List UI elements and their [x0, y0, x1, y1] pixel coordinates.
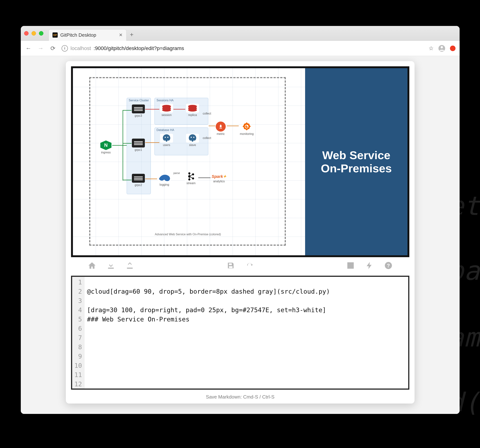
grafana-icon [242, 122, 252, 131]
browser-tab[interactable]: GP GitPitch Desktop ✕ [49, 29, 127, 41]
svg-text:?: ? [387, 263, 390, 269]
tab-favicon: GP [52, 32, 58, 38]
postgres-icon [186, 134, 199, 143]
expand-button[interactable] [346, 261, 355, 272]
forward-button[interactable]: → [37, 45, 44, 52]
help-button[interactable]: ? [384, 261, 393, 272]
editor-line[interactable] [87, 370, 330, 379]
svg-point-9 [165, 137, 166, 138]
node-grpc1: grpc1 [132, 138, 145, 152]
svg-point-15 [188, 175, 191, 178]
gitpitch-app: Service Cluster Sessions HA Database HA [66, 61, 415, 404]
node-logging-label: logging [160, 183, 169, 186]
slide-preview[interactable]: Service Cluster Sessions HA Database HA [71, 66, 409, 257]
extension-icon[interactable] [450, 46, 456, 51]
editor-line[interactable] [87, 342, 330, 352]
server-icon [132, 104, 145, 113]
page-viewport: Service Cluster Sessions HA Database HA [21, 56, 460, 414]
window-controls [24, 31, 43, 35]
cluster-sessions-label: Sessions HA [156, 99, 174, 102]
svg-point-5 [162, 109, 171, 111]
site-info-icon[interactable]: i [62, 45, 68, 52]
node-grpc2-label: grpc2 [135, 183, 142, 187]
diagram-edge [227, 126, 239, 126]
profile-avatar-icon[interactable] [438, 45, 445, 52]
node-grpc3: grpc3 [132, 104, 145, 117]
editor-toolbar: ? [71, 257, 409, 276]
node-ingress: N ingress [100, 140, 112, 154]
lightning-button[interactable] [365, 261, 374, 272]
editor-gutter: 123456789101112 [72, 277, 85, 388]
home-button[interactable] [88, 261, 96, 272]
node-metric-label: metric [217, 132, 225, 136]
node-analytics: Spark✦ analytics [212, 174, 226, 183]
diagram-edge [145, 179, 157, 179]
browser-window: GP GitPitch Desktop ✕ + ← → ⟳ i localhos… [21, 26, 460, 414]
svg-text:N: N [104, 142, 108, 148]
diagram-edge [123, 110, 132, 110]
markdown-editor[interactable]: 123456789101112 @cloud[drag=60 90, drop=… [71, 276, 409, 390]
download-button[interactable] [107, 261, 115, 272]
diagram-edge [145, 109, 159, 110]
node-stream: stream [184, 172, 198, 185]
node-stream-label: stream [187, 182, 196, 185]
editor-line[interactable] [87, 324, 330, 333]
architecture-diagram: Service Cluster Sessions HA Database HA [99, 94, 277, 229]
diagram-edge [123, 110, 123, 180]
close-window-button[interactable] [24, 31, 28, 35]
node-grpc1-label: grpc1 [135, 148, 142, 152]
node-collect1-label: collect [203, 112, 211, 115]
node-parse: parse [173, 172, 180, 174]
node-users: users [160, 134, 173, 147]
editor-line[interactable] [87, 296, 330, 305]
save-button[interactable] [226, 261, 235, 272]
browser-toolbar: ← → ⟳ i localhost:9000/gitpitch/desktop/… [21, 41, 460, 56]
svg-point-18 [192, 178, 194, 179]
node-grpc3-label: grpc3 [135, 114, 142, 117]
tab-close-button[interactable]: ✕ [119, 32, 123, 38]
editor-line[interactable] [87, 361, 330, 370]
node-grpc2: grpc2 [132, 174, 145, 187]
node-collect2-label: collect [203, 136, 211, 140]
refresh-button[interactable] [245, 261, 254, 272]
node-collect-1: collect [203, 112, 211, 115]
redis-icon [160, 104, 173, 113]
node-metric: metric [216, 122, 226, 136]
address-bar[interactable]: i localhost:9000/gitpitch/desktop/edit?p… [62, 43, 424, 54]
node-slave-label: slave [189, 143, 196, 147]
editor-line[interactable]: @cloud[drag=60 90, drop=5, border=8px da… [87, 287, 330, 296]
node-parse-label: parse [173, 172, 180, 174]
url-path: :9000/gitpitch/desktop/edit?p=diagrams [94, 45, 184, 51]
node-slave: slave [186, 134, 199, 147]
node-session: session [160, 104, 173, 117]
prometheus-icon [216, 122, 226, 131]
svg-point-17 [192, 173, 194, 175]
editor-line[interactable]: ### Web Service On-Premises [87, 315, 330, 324]
slide-heading: Web Service On-Premises [313, 149, 399, 175]
editor-code[interactable]: @cloud[drag=60 90, drop=5, border=8px da… [85, 277, 332, 388]
browser-titlebar: GP GitPitch Desktop ✕ + [21, 26, 460, 41]
editor-line[interactable] [87, 333, 330, 342]
new-tab-button[interactable]: + [128, 31, 135, 38]
reload-button[interactable]: ⟳ [49, 45, 56, 52]
fluentd-icon [158, 173, 171, 182]
footer-hint: Save Markdown: Cmd-S / Ctrl-S [71, 390, 409, 400]
minimize-window-button[interactable] [32, 31, 36, 35]
editor-line[interactable] [87, 277, 330, 287]
bookmark-star-icon[interactable]: ☆ [429, 45, 434, 52]
node-replica-label: replica [188, 113, 197, 117]
node-monitoring-label: monitoring [240, 132, 254, 136]
editor-line[interactable]: [drag=30 100, drop=right, pad=0 25px, bg… [87, 305, 330, 315]
svg-point-14 [188, 172, 190, 174]
back-button[interactable]: ← [25, 45, 32, 52]
postgres-icon [160, 134, 173, 143]
editor-line[interactable] [87, 379, 330, 389]
diagram-edge [123, 180, 132, 180]
svg-point-16 [188, 179, 190, 180]
diagram-edge [145, 142, 159, 143]
slide-right-panel: Web Service On-Premises [305, 68, 408, 255]
editor-line[interactable] [87, 352, 330, 361]
upload-button[interactable] [126, 261, 134, 272]
diagram-edge [198, 178, 211, 178]
maximize-window-button[interactable] [39, 31, 43, 35]
